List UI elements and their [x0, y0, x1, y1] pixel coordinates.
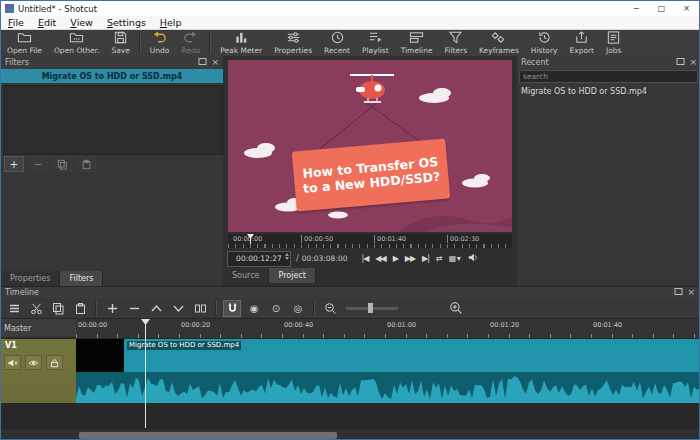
- player-playhead-line: [250, 238, 251, 248]
- recent-list-item[interactable]: Migrate OS to HDD or SSD.mp4: [517, 85, 700, 97]
- open-file-button[interactable]: Open File: [1, 29, 48, 56]
- float-panel-icon[interactable]: [198, 57, 207, 68]
- volume-button[interactable]: [467, 252, 479, 265]
- folder-other-icon: [69, 30, 84, 45]
- close-panel-icon[interactable]: ×: [211, 58, 219, 67]
- menu-edit[interactable]: Edit: [31, 16, 63, 29]
- ripple-all-tracks-toggle[interactable]: ◎: [289, 300, 307, 317]
- close-panel-icon[interactable]: ×: [687, 288, 695, 297]
- peak-meter-button[interactable]: Peak Meter: [214, 29, 268, 56]
- history-button[interactable]: History: [525, 29, 564, 56]
- track-v1-label: V1: [5, 341, 17, 350]
- tab-source[interactable]: Source: [223, 268, 269, 283]
- playlist-button[interactable]: Playlist: [356, 29, 395, 56]
- play-button[interactable]: ▶: [393, 254, 398, 263]
- zoom-in-button[interactable]: [447, 300, 465, 317]
- export-icon: [574, 30, 589, 45]
- tab-filters[interactable]: Filters: [60, 271, 103, 286]
- close-button[interactable]: ×: [674, 1, 699, 16]
- filters-panel-header: Filters ×: [1, 56, 223, 69]
- ripple-toggle[interactable]: ⊙: [267, 300, 285, 317]
- lift-button[interactable]: [147, 300, 165, 317]
- paste-button[interactable]: [71, 300, 89, 317]
- mute-track-button[interactable]: [4, 355, 21, 370]
- video-clip[interactable]: Migrate OS to HDD or SSD.mp4: [76, 339, 700, 403]
- redo-icon: [183, 30, 198, 45]
- time-spinner[interactable]: [285, 253, 289, 260]
- remove-filter-button[interactable]: −: [28, 156, 48, 172]
- timeline-ruler[interactable]: 00:00:00 00:00:20 00:00:40 00:01:00 00:0…: [76, 319, 700, 339]
- toolbar-separator: [215, 301, 217, 315]
- timeline-menu-button[interactable]: [5, 300, 23, 317]
- add-filter-button[interactable]: +: [4, 156, 24, 172]
- master-track-header[interactable]: Master: [1, 319, 76, 338]
- jobs-button[interactable]: Jobs: [600, 29, 627, 56]
- zoom-slider-handle[interactable]: [368, 303, 373, 313]
- save-button[interactable]: Save: [105, 29, 135, 56]
- minimize-button[interactable]: ─: [624, 1, 649, 16]
- filter-actions: + −: [4, 156, 96, 172]
- menubar: File Edit View Settings Help: [1, 16, 699, 30]
- fast-forward-button[interactable]: ▶▶: [405, 254, 415, 263]
- properties-button[interactable]: Properties: [268, 29, 318, 56]
- copy-filters-button[interactable]: [52, 156, 72, 172]
- skip-to-start-button[interactable]: |◀: [361, 254, 368, 263]
- filters-current-clip[interactable]: Migrate OS to HDD or SSD.mp4: [1, 69, 223, 83]
- timeline-horizontal-scrollbar[interactable]: [1, 428, 700, 440]
- player-scrubber[interactable]: 00:00:00 00:00:50 00:01:40 00:02:30: [228, 234, 512, 248]
- timeline-icon: [409, 30, 424, 45]
- current-time-field[interactable]: 00:00:12:27: [227, 251, 291, 267]
- timeline-playhead[interactable]: [145, 319, 146, 428]
- paste-filters-button[interactable]: [76, 156, 96, 172]
- menu-view[interactable]: View: [63, 16, 100, 29]
- menu-file[interactable]: File: [1, 16, 31, 29]
- menu-help[interactable]: Help: [153, 16, 189, 29]
- append-button[interactable]: [103, 300, 121, 317]
- float-panel-icon[interactable]: [676, 57, 685, 68]
- search-input[interactable]: [519, 70, 698, 83]
- export-button[interactable]: Export: [563, 29, 600, 56]
- split-button[interactable]: [191, 300, 209, 317]
- lock-track-button[interactable]: [46, 355, 63, 370]
- ruler-label: 00:00:40: [284, 321, 313, 329]
- tab-project[interactable]: Project: [269, 268, 315, 283]
- track-v1-header[interactable]: V1: [1, 339, 77, 403]
- toolbar-separator: [139, 33, 141, 53]
- open-other-button[interactable]: Open Other.: [48, 29, 105, 56]
- copy-button[interactable]: [49, 300, 67, 317]
- grid-menu-button[interactable]: ▦ ▾: [449, 254, 460, 263]
- tab-properties[interactable]: Properties: [1, 271, 60, 286]
- close-panel-icon[interactable]: ×: [689, 58, 697, 67]
- overwrite-button[interactable]: [169, 300, 187, 317]
- keyframes-button[interactable]: Keyframes: [473, 29, 525, 56]
- clock-icon: [330, 30, 345, 45]
- rewind-button[interactable]: ◀◀: [375, 254, 385, 263]
- window-controls: ─ □ ×: [624, 1, 699, 16]
- skip-to-end-button[interactable]: ▶|: [422, 254, 429, 263]
- scrollbar-thumb[interactable]: [79, 432, 337, 439]
- hide-track-button[interactable]: [25, 355, 42, 370]
- left-dock-tabs: Properties Filters: [1, 271, 103, 286]
- redo-button[interactable]: Redo: [175, 29, 206, 56]
- zoom-out-button[interactable]: [321, 300, 339, 317]
- float-panel-icon[interactable]: [674, 287, 683, 298]
- loop-button[interactable]: ⇄: [436, 254, 442, 263]
- timeline-button[interactable]: Timeline: [395, 29, 439, 56]
- snap-toggle[interactable]: [223, 300, 241, 317]
- filters-button[interactable]: Filters: [439, 29, 473, 56]
- filters-panel: Filters × Migrate OS to HDD or SSD.mp4 +…: [1, 56, 224, 286]
- funnel-icon: [448, 30, 463, 45]
- jobs-icon: [606, 30, 621, 45]
- transport-bar: 00:00:12:27 / 00:03:08:00 |◀ ◀◀ ▶ ▶▶ ▶| …: [227, 251, 513, 266]
- undo-button[interactable]: Undo: [144, 29, 176, 56]
- scrub-while-dragging-toggle[interactable]: ◉: [245, 300, 263, 317]
- maximize-button[interactable]: □: [649, 1, 674, 16]
- history-icon: [537, 30, 552, 45]
- recent-button[interactable]: Recent: [318, 29, 356, 56]
- menu-settings[interactable]: Settings: [100, 16, 153, 29]
- zoom-slider[interactable]: [346, 302, 398, 314]
- ripple-delete-button[interactable]: [125, 300, 143, 317]
- cut-button[interactable]: [27, 300, 45, 317]
- recent-panel-title: Recent: [521, 58, 549, 67]
- filter-list[interactable]: [3, 85, 223, 155]
